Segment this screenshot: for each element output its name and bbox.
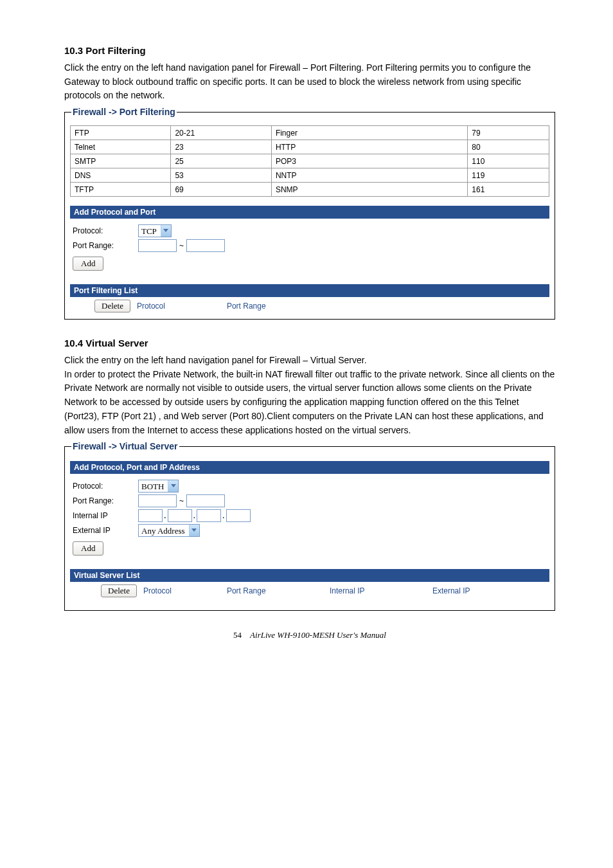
paragraph-port-filtering: Click the entry on the left hand navigat… [64, 61, 555, 103]
svg-marker-0 [163, 229, 168, 232]
bar-port-filtering-list: Port Filtering List [70, 284, 549, 297]
vs-col-external-ip: External IP [432, 586, 470, 595]
table-cell: 80 [468, 140, 549, 154]
vs-col-protocol: Protocol [143, 586, 195, 595]
chevron-down-icon [168, 480, 178, 492]
vs-add-button[interactable]: Add [73, 541, 103, 556]
vs-port-range-start-input[interactable] [138, 494, 177, 507]
table-cell: 119 [468, 168, 549, 183]
port-range-start-input[interactable] [138, 239, 177, 252]
table-cell: SNMP [271, 183, 467, 197]
table-cell: POP3 [271, 154, 467, 168]
internal-ip-octet-4[interactable] [226, 509, 251, 522]
table-cell: TFTP [71, 183, 171, 197]
internal-ip-octet-1[interactable] [138, 509, 163, 522]
table-cell: 110 [468, 154, 549, 168]
panel-title-virtual-server: Firewall -> Virtual Server [71, 441, 179, 451]
chevron-down-icon [189, 525, 199, 536]
internal-ip-octet-3[interactable] [197, 509, 221, 522]
table-cell: 53 [171, 168, 271, 183]
table-cell: Finger [271, 126, 467, 140]
protocol-select-value: TCP [139, 225, 161, 237]
vs-col-port-range: Port Range [227, 586, 310, 595]
table-cell: 23 [171, 140, 271, 154]
internal-ip-inputs: . . . [138, 509, 251, 522]
vs-protocol-select-value: BOTH [139, 480, 168, 492]
panel-port-filtering: Firewall -> Port Filtering FTP20-21Finge… [64, 112, 555, 320]
port-reference-table: FTP20-21Finger79Telnet23HTTP80SMTP25POP3… [70, 125, 549, 197]
table-cell: 161 [468, 183, 549, 197]
table-cell: 79 [468, 126, 549, 140]
table-cell: Telnet [71, 140, 171, 154]
footer-doc-title: AirLive WH-9100-MESH User's Manual [250, 630, 386, 640]
heading-virtual-server: 10.4 Virtual Server [64, 338, 555, 348]
tilde-separator: ~ [179, 241, 184, 250]
page-footer: 54 AirLive WH-9100-MESH User's Manual [64, 630, 555, 640]
internal-ip-octet-2[interactable] [168, 509, 192, 522]
chevron-down-icon [161, 225, 171, 237]
table-cell: 20-21 [171, 126, 271, 140]
protocol-label: Protocol: [73, 226, 138, 235]
heading-port-filtering: 10.3 Port Filtering [64, 45, 555, 56]
table-row: Telnet23HTTP80 [71, 140, 549, 154]
table-cell: DNS [71, 168, 171, 183]
table-cell: 69 [171, 183, 271, 197]
delete-button[interactable]: Delete [94, 300, 130, 312]
page-number: 54 [233, 630, 242, 640]
external-ip-select-value: Any Address [139, 525, 189, 536]
vs-protocol-select[interactable]: BOTH [138, 480, 179, 493]
col-port-range: Port Range [227, 302, 266, 311]
external-ip-label: External IP [73, 526, 138, 535]
tilde-separator: ~ [179, 496, 184, 505]
col-protocol: Protocol [137, 302, 182, 311]
svg-marker-2 [191, 529, 197, 532]
bar-add-protocol-port: Add Protocol and Port [70, 206, 549, 219]
paragraph-virtual-server: Click the entry on the left hand navigat… [64, 354, 555, 437]
protocol-select[interactable]: TCP [138, 224, 172, 237]
internal-ip-label: Internal IP [73, 511, 138, 520]
port-range-label: Port Range: [73, 241, 138, 250]
table-row: FTP20-21Finger79 [71, 126, 549, 140]
vs-port-range-end-input[interactable] [186, 494, 225, 507]
table-row: TFTP69SNMP161 [71, 183, 549, 197]
add-button[interactable]: Add [73, 257, 103, 271]
table-cell: HTTP [271, 140, 467, 154]
table-cell: SMTP [71, 154, 171, 168]
table-cell: NNTP [271, 168, 467, 183]
table-row: DNS53NNTP119 [71, 168, 549, 183]
bar-add-protocol-port-ip: Add Protocol, Port and IP Address [70, 461, 549, 474]
panel-virtual-server: Firewall -> Virtual Server Add Protocol,… [64, 446, 555, 611]
vs-protocol-label: Protocol: [73, 482, 138, 491]
external-ip-select[interactable]: Any Address [138, 524, 200, 537]
vs-delete-button[interactable]: Delete [101, 584, 137, 597]
vs-col-internal-ip: Internal IP [330, 586, 407, 595]
table-cell: 25 [171, 154, 271, 168]
bar-virtual-server-list: Virtual Server List [70, 569, 549, 582]
table-cell: FTP [71, 126, 171, 140]
panel-title-port-filtering: Firewall -> Port Filtering [71, 107, 177, 117]
table-row: SMTP25POP3110 [71, 154, 549, 168]
svg-marker-1 [171, 484, 176, 487]
port-range-end-input[interactable] [186, 239, 225, 252]
vs-port-range-label: Port Range: [73, 496, 138, 505]
